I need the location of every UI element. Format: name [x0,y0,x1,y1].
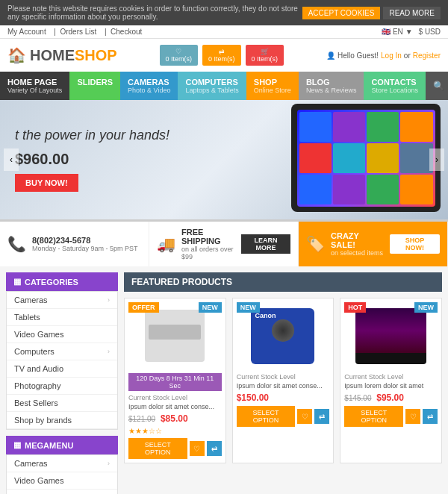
product-actions: SELECT OPTION ♡ ⇄ [344,406,438,427]
shipping-sub: on all orders over $99 [181,246,235,260]
nav-home-page[interactable]: HOME PAGE Variety Of Layouts [0,72,69,100]
cart-icon: 🛒 [261,48,269,55]
wishlist-add-button[interactable]: ♡ [190,441,205,456]
nav-shop[interactable]: SHOP Online Store [246,72,299,100]
compare-add-button[interactable]: ⇄ [207,441,222,456]
grid-icon: ▦ [13,277,21,287]
shop-now-button[interactable]: SHOP NOW! [390,234,440,254]
select-option-button[interactable]: SELECT OPTION [237,406,296,427]
accept-cookies-button[interactable]: ACCEPT COOKIES [302,7,381,19]
my-account-link[interactable]: My Account [7,28,46,36]
sidebar-item-computers[interactable]: Computers › [7,343,117,360]
sidebar-item-cameras[interactable]: Cameras › [7,292,117,309]
product-card-tv: HOT NEW Current Stock Level Ipsum lorem … [340,298,442,463]
hero-buy-button[interactable]: BUY NOW! [15,174,78,192]
compare-add-button[interactable]: ⇄ [314,409,329,424]
header-icons: ♡ 0 Item(s) ⇄ 0 Item(s) 🛒 0 Item(s) [160,45,284,66]
sidebar-item-tablets[interactable]: Tablets [7,309,117,326]
wishlist-button[interactable]: ♡ 0 Item(s) [160,45,199,66]
sidebar: ▦ CATEGORIES Cameras › Tablets Video Gam… [6,272,118,494]
tv-visual [355,308,426,364]
info-sale: 🏷️ CRAZY SALE! on selected items SHOP NO… [299,222,448,266]
learn-more-button[interactable]: LEARN MORE [241,234,290,254]
nav-sliders[interactable]: SLIDERS [69,72,120,100]
compare-add-button[interactable]: ⇄ [423,409,438,424]
login-link[interactable]: Log In [381,51,402,60]
megamenu-title: ▦ MEGAMENU [6,436,118,454]
logo-text: HOMESHOP [30,47,117,64]
product-actions: SELECT OPTION ♡ ⇄ [128,438,222,459]
product-card-camera: NEW Current Stock Level Ipsum dolor sit … [232,298,335,463]
hero-banner: ‹ t the power in your hands! $960.00 BUY… [0,100,448,219]
sale-title: CRAZY SALE! [331,231,384,249]
product-badge-new: NEW [414,302,438,313]
logo[interactable]: 🏠 HOMESHOP [7,46,117,64]
header: 🏠 HOMESHOP ♡ 0 Item(s) ⇄ 0 Item(s) 🛒 0 I… [0,39,448,72]
hero-next-button[interactable]: › [429,148,444,171]
hero-title: t the power in your hands! [15,128,169,143]
product-badge-hot: HOT [344,302,366,313]
phone-icon: 📞 [7,235,26,253]
orders-list-link[interactable]: Orders List [60,28,96,36]
avatar-icon: 👤 [326,51,335,60]
sidebar-item-photography[interactable]: Photography [7,378,117,395]
product-stars: ★★★☆☆ [128,427,222,435]
megamenu-list: Cameras › Video Games Tablets [6,454,118,494]
camera-visual [251,308,314,364]
sidebar-item-tv-audio[interactable]: TV and Audio [7,360,117,378]
wishlist-add-button[interactable]: ♡ [297,409,312,424]
product-badge-offer: OFFER [128,302,159,313]
categories-list: Cameras › Tablets Video Games Computers … [6,291,118,430]
product-badge-new: NEW [199,302,222,313]
header-account: 👤 Hello Guest! Log In or Register [326,51,441,60]
register-link[interactable]: Register [413,51,441,60]
nav-cameras[interactable]: CAMERAS Photo & Video [120,72,178,100]
main-content: ▦ CATEGORIES Cameras › Tablets Video Gam… [0,266,448,494]
categories-section: ▦ CATEGORIES Cameras › Tablets Video Gam… [6,272,118,430]
menu-icon: ▦ [13,440,21,450]
megamenu-item-cameras[interactable]: Cameras › [7,455,117,472]
sidebar-item-best-sellers[interactable]: Best Sellers [7,395,117,412]
chevron-right-icon: › [108,296,110,304]
sidebar-item-shop-by-brands[interactable]: Shop by brands [7,412,117,429]
nav-blog[interactable]: BLOG News & Reviews [299,72,364,100]
checkout-link[interactable]: Checkout [111,28,142,36]
info-shipping: 🚚 FREE SHIPPING on all orders over $99 L… [149,222,299,266]
product-price: $145.00 $95.00 [344,393,438,403]
tv-screen [355,308,426,353]
hero-prev-button[interactable]: ‹ [4,148,19,171]
sidebar-item-video-games[interactable]: Video Games [7,326,117,343]
compare-icon: ⇄ [219,48,225,55]
wishlist-add-button[interactable]: ♡ [405,409,420,424]
top-bar: My Account | Orders List | Checkout 🇬🇧 E… [0,25,448,39]
currency-selector[interactable]: $ USD [419,28,441,36]
heart-icon: ♡ [175,48,181,55]
printer-visual [145,310,205,362]
megamenu-item-tablets[interactable]: Tablets [7,490,117,494]
sale-icon: 🏷️ [306,235,325,253]
nav-contacts[interactable]: CONTACTS Store Locations [364,72,426,100]
cart-button[interactable]: 🛒 0 Item(s) [246,45,284,66]
info-bar: 📞 8(802)234-5678 Monday - Saturday 9am -… [0,219,448,266]
cookie-message: Please note this website requires cookie… [7,4,299,21]
top-bar-right: 🇬🇧 EN ▼ $ USD [382,28,441,36]
select-option-button[interactable]: SELECT OPTION [344,406,403,427]
nav-computers[interactable]: COMPUTERS Laptops & Tablets [178,72,246,100]
product-desc: Ipsum lorem dolor sit amet [344,382,438,390]
tablet-visual [291,104,441,212]
nav-search-button[interactable]: 🔍 [426,72,448,100]
megamenu-item-video-games[interactable]: Video Games [7,472,117,490]
new-price: $85.00 [161,413,188,424]
compare-button[interactable]: ⇄ 0 Item(s) [202,45,241,66]
select-option-button[interactable]: SELECT OPTION [128,438,187,459]
product-badge-new: NEW [237,302,260,313]
hero-image [291,104,441,212]
info-phone: 📞 8(802)234-5678 Monday - Saturday 9am -… [0,222,149,266]
search-icon: 🔍 [433,81,444,91]
product-timer: 120 Days 8 Hrs 31 Min 11 Sec [128,373,222,391]
product-stock: Current Stock Level [128,394,222,401]
product-stock: Current Stock Level [344,373,438,381]
tablet-screen [297,110,435,207]
language-selector[interactable]: 🇬🇧 EN ▼ [382,28,412,36]
read-more-button[interactable]: READ MORE [383,7,441,19]
